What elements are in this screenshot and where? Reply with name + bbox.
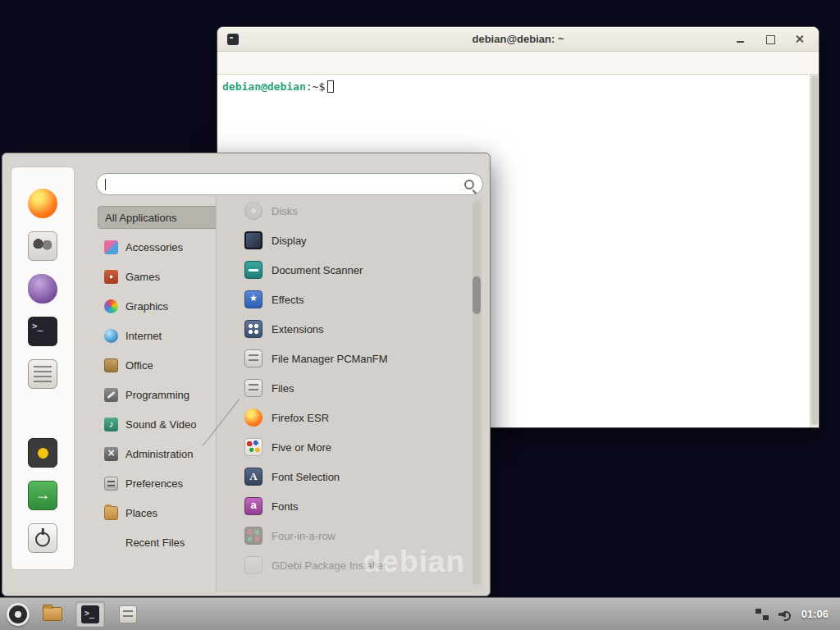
user-accounts-icon [28,231,57,261]
application-label: Font Selection [272,471,340,483]
category-label: Places [126,507,158,519]
sound-video-icon [104,418,118,431]
application-item[interactable]: Display [217,226,483,255]
shutdown-icon [28,523,57,553]
menu-scrollbar[interactable] [472,201,481,585]
session-button[interactable] [28,438,57,468]
application-label: Firefox ESR [272,412,329,424]
application-menu: All Applications Accessories Games Graph… [2,153,491,596]
category-item[interactable]: Sound & Video [98,409,222,439]
category-label: Recent Files [126,536,185,549]
close-icon[interactable] [794,34,806,45]
menubar-item[interactable] [252,60,267,66]
terminal-scrollbar[interactable] [810,75,819,427]
application-item[interactable]: Five or More [217,432,483,462]
category-item[interactable]: Graphics [98,291,222,321]
menubar-item[interactable] [267,60,281,66]
favorite-item[interactable] [28,274,57,304]
application-item[interactable]: Document Scanner [217,255,483,285]
application-label: File Manager PCManFM [272,353,388,365]
file-manager-launcher[interactable] [38,601,67,628]
application-item[interactable]: Firefox ESR [217,403,483,432]
applications-region: Disks Display Document Scanner Effects E… [216,196,483,592]
programming-icon [104,388,118,402]
application-item[interactable]: Four-in-a-row [217,521,483,550]
category-item[interactable]: Office [98,350,222,380]
menubar-item[interactable] [237,60,252,66]
games-icon [104,270,118,284]
category-list: All Applications Accessories Games Graph… [98,203,222,557]
terminal-scrollbar-thumb[interactable] [811,75,818,425]
folder-icon [43,607,62,621]
network-icon[interactable] [756,609,769,620]
terminal-window-button[interactable] [75,601,105,628]
prompt-suffix: :~$ [306,80,325,93]
application-list: Disks Display Document Scanner Effects E… [217,196,483,580]
application-label: Extensions [272,323,324,336]
text-editor-launcher[interactable] [113,601,143,628]
display-icon [244,231,262,249]
search-icon [464,180,474,189]
places-icon [104,506,118,520]
category-item[interactable]: Preferences [98,468,222,498]
category-label: Preferences [126,477,183,490]
application-item[interactable]: Files [217,373,483,403]
session-button[interactable] [28,523,57,553]
application-item[interactable]: GDebi Package Installer [217,550,483,580]
category-item[interactable]: All Applications [98,206,222,229]
application-item[interactable]: Extensions [217,314,483,344]
session-button[interactable] [28,481,57,510]
application-item[interactable]: Fonts [217,491,483,521]
five-or-more-icon [244,438,262,456]
prompt-user-host: debian@debian [222,80,306,93]
category-item[interactable]: Games [98,262,222,291]
graphics-icon [104,299,118,313]
lock-screen-icon [28,438,57,468]
menu-search-bar[interactable] [96,173,483,195]
firefox-icon [244,409,262,427]
category-label: Programming [126,389,189,401]
application-label: Four-in-a-row [272,530,336,542]
clock[interactable]: 01:06 [801,608,829,620]
maximize-icon[interactable] [765,34,776,45]
favorite-item[interactable] [28,317,57,346]
minimize-icon[interactable] [735,34,746,45]
application-item[interactable]: Font Selection [217,462,483,491]
favorites-panel [11,167,75,570]
category-item[interactable]: Places [98,498,222,527]
application-item[interactable]: Effects [217,285,483,314]
application-item[interactable]: Disks [217,196,483,226]
category-item[interactable]: Programming [98,380,222,409]
menubar-item[interactable] [281,60,296,66]
favorite-item[interactable] [28,359,57,389]
taskbar: 01:06 [0,597,840,630]
text-editor-icon [119,605,137,623]
menubar-item[interactable] [296,60,311,66]
application-item[interactable]: File Manager PCManFM [217,344,483,373]
category-label: Accessories [126,241,183,253]
terminal-icon [81,605,99,623]
volume-icon[interactable] [778,609,792,620]
category-item[interactable]: Recent Files [98,527,222,557]
desktop: debian@debian: ~ debian@debian:~$ [0,0,840,630]
window-title: debian@debian: ~ [217,33,819,45]
category-item[interactable]: Internet [98,321,222,350]
pidgin-icon [28,274,57,304]
favorite-item[interactable] [28,231,57,261]
menu-scrollbar-thumb[interactable] [472,276,481,314]
logout-icon [28,481,57,510]
files-icon [244,379,262,397]
application-label: Files [272,382,294,395]
application-label: Five or More [272,441,331,454]
terminal-titlebar[interactable]: debian@debian: ~ [217,27,819,52]
menubar-item[interactable] [222,60,237,66]
category-item[interactable]: Accessories [98,232,222,262]
firefox-icon [28,189,57,218]
text-editor-icon [28,359,57,389]
menu-search-input[interactable] [106,174,464,194]
menu-button[interactable] [7,603,30,626]
category-label: Administration [126,448,193,460]
category-label: Sound & Video [126,418,197,431]
favorite-item[interactable] [28,189,57,218]
terminal-icon [28,317,57,346]
